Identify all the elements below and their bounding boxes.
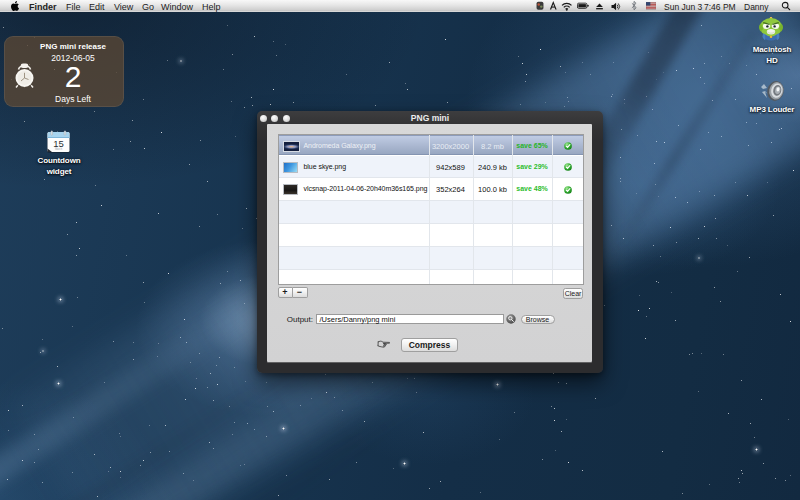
svg-text:March: March xyxy=(55,147,63,151)
svg-text:15: 15 xyxy=(53,138,64,149)
